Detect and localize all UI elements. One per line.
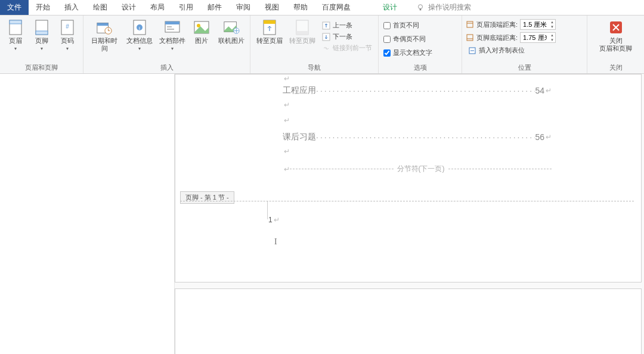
header-distance-input[interactable] bbox=[521, 21, 549, 28]
navigation-pane[interactable] bbox=[0, 74, 175, 354]
show-doc-text-checkbox[interactable]: 显示文档文字 bbox=[382, 48, 434, 58]
tab-bar: 文件 开始 插入 绘图 设计 布局 引用 邮件 审阅 视图 帮助 百度网盘 设计… bbox=[0, 0, 644, 15]
svg-rect-18 bbox=[167, 26, 172, 27]
tell-me-search[interactable]: 操作说明搜索 bbox=[416, 0, 471, 15]
header-distance-spinner[interactable]: ▲▼ bbox=[520, 19, 556, 30]
paragraph-mark: ↵ bbox=[546, 86, 552, 95]
close-icon bbox=[608, 20, 624, 35]
date-time-button[interactable]: 日期和时间 bbox=[87, 18, 122, 54]
page-2[interactable]: ↵ bbox=[175, 288, 642, 354]
doc-info-icon: i bbox=[132, 19, 147, 36]
tab-layout[interactable]: 布局 bbox=[143, 0, 172, 15]
workspace: ↵ 工程应用 ·································… bbox=[0, 74, 644, 354]
header-distance-icon bbox=[466, 20, 474, 29]
align-tab-icon bbox=[468, 46, 476, 55]
toc-leaders: ········································… bbox=[316, 86, 535, 95]
doc-parts-icon bbox=[164, 19, 181, 36]
goto-header-button[interactable]: 转至页眉 bbox=[254, 18, 284, 46]
chevron-down-icon: ▾ bbox=[14, 46, 17, 51]
document-area[interactable]: ↵ 工程应用 ·································… bbox=[175, 74, 644, 354]
footer-distance-icon bbox=[466, 33, 474, 42]
footer-distance-spinner[interactable]: ▲▼ bbox=[520, 32, 556, 43]
section-break-label: 分节符(下一页) bbox=[394, 164, 448, 174]
tab-references[interactable]: 引用 bbox=[172, 0, 200, 15]
svg-text:#: # bbox=[66, 23, 69, 30]
goto-footer-button: 转至页脚 bbox=[287, 18, 317, 46]
svg-rect-1 bbox=[420, 8, 422, 10]
spin-up-icon[interactable]: ▲ bbox=[549, 33, 555, 38]
spin-down-icon[interactable]: ▼ bbox=[549, 38, 555, 42]
tab-view[interactable]: 视图 bbox=[258, 0, 286, 15]
tab-hf-design[interactable]: 设计 bbox=[376, 0, 404, 15]
next-icon bbox=[322, 33, 330, 41]
svg-point-0 bbox=[419, 4, 423, 8]
page-number-button[interactable]: # 页码 ▾ bbox=[55, 18, 79, 52]
toc-entry-title: 工程应用 bbox=[283, 85, 316, 96]
svg-rect-25 bbox=[264, 20, 275, 24]
paragraph-mark: ↵ bbox=[284, 147, 290, 156]
group-label-hf: 页眉和页脚 bbox=[4, 62, 79, 72]
group-label-nav: 导航 bbox=[254, 62, 374, 72]
first-page-different-checkbox[interactable]: 首页不同 bbox=[382, 20, 434, 30]
chevron-down-icon: ▾ bbox=[41, 46, 43, 51]
picture-button[interactable]: 图片 bbox=[190, 18, 213, 46]
page-number-icon: # bbox=[60, 19, 75, 36]
svg-rect-5 bbox=[36, 31, 48, 35]
group-label-options: 选项 bbox=[382, 62, 458, 72]
footer-button[interactable]: 页脚 ▾ bbox=[30, 18, 54, 52]
section-break-line bbox=[290, 169, 394, 169]
svg-rect-3 bbox=[10, 20, 21, 24]
tab-baidu[interactable]: 百度网盘 bbox=[315, 0, 358, 15]
calendar-icon bbox=[96, 19, 113, 36]
group-label-close: 关闭 bbox=[591, 62, 640, 72]
tab-help[interactable]: 帮助 bbox=[286, 0, 315, 15]
doc-parts-button[interactable]: 文档部件 ▾ bbox=[157, 18, 188, 52]
tab-home[interactable]: 开始 bbox=[29, 0, 57, 15]
tab-review[interactable]: 审阅 bbox=[229, 0, 258, 15]
svg-rect-19 bbox=[167, 29, 174, 30]
doc-info-button[interactable]: i 文档信息 ▾ bbox=[125, 18, 155, 52]
header-button[interactable]: 页眉 ▾ bbox=[4, 18, 27, 52]
tab-design[interactable]: 设计 bbox=[114, 0, 143, 15]
tab-draw[interactable]: 绘图 bbox=[86, 0, 114, 15]
tab-mailings[interactable]: 邮件 bbox=[200, 0, 229, 15]
svg-rect-17 bbox=[165, 21, 179, 24]
section-break-line bbox=[448, 169, 552, 169]
paragraph-mark: ↵ bbox=[284, 165, 290, 173]
next-button[interactable]: 下一条 bbox=[320, 32, 374, 42]
toc-entry-page: 56 bbox=[535, 132, 544, 142]
odd-even-different-checkbox[interactable]: 奇偶页不同 bbox=[382, 34, 434, 44]
footer-distance-label: 页脚底端距离: bbox=[476, 33, 518, 42]
tell-me-placeholder: 操作说明搜索 bbox=[428, 2, 471, 13]
online-picture-button[interactable]: 联机图片 bbox=[216, 18, 246, 46]
link-icon bbox=[322, 44, 330, 52]
svg-rect-30 bbox=[467, 21, 473, 27]
close-hf-button[interactable]: 关闭 页眉和页脚 bbox=[598, 18, 634, 54]
paragraph-mark: ↵ bbox=[284, 101, 290, 109]
text-cursor: I bbox=[274, 237, 277, 247]
paragraph-mark: ↵ bbox=[284, 74, 290, 83]
footer-edit-area[interactable]: 1↵ I bbox=[180, 201, 634, 278]
footer-icon bbox=[35, 19, 49, 36]
tab-file[interactable]: 文件 bbox=[0, 0, 29, 15]
toc-leaders: ········································… bbox=[316, 132, 535, 142]
svg-rect-9 bbox=[97, 23, 109, 26]
picture-icon bbox=[193, 20, 210, 35]
previous-button[interactable]: 上一条 bbox=[320, 20, 374, 30]
footer-margin-line bbox=[267, 201, 268, 219]
spin-down-icon[interactable]: ▼ bbox=[549, 24, 555, 29]
spin-up-icon[interactable]: ▲ bbox=[549, 20, 555, 24]
tab-insert[interactable]: 插入 bbox=[57, 0, 86, 15]
footer-page-number[interactable]: 1↵ bbox=[268, 216, 280, 224]
page-1[interactable]: ↵ 工程应用 ·································… bbox=[175, 74, 642, 282]
group-label-insert: 插入 bbox=[87, 62, 246, 72]
link-previous-button: 链接到前一节 bbox=[320, 43, 374, 53]
insert-align-tab-button[interactable]: 插入对齐制表位 bbox=[466, 45, 556, 55]
ribbon: 页眉 ▾ 页脚 ▾ # 页码 ▾ 页眉和页脚 日期和时间 i bbox=[0, 15, 644, 74]
goto-footer-icon bbox=[295, 19, 309, 36]
paragraph-mark: ↵ bbox=[284, 116, 290, 125]
footer-distance-input[interactable] bbox=[521, 34, 549, 41]
chevron-down-icon: ▾ bbox=[66, 46, 69, 51]
paragraph-mark: ↵ bbox=[546, 133, 552, 141]
svg-rect-27 bbox=[296, 31, 308, 35]
